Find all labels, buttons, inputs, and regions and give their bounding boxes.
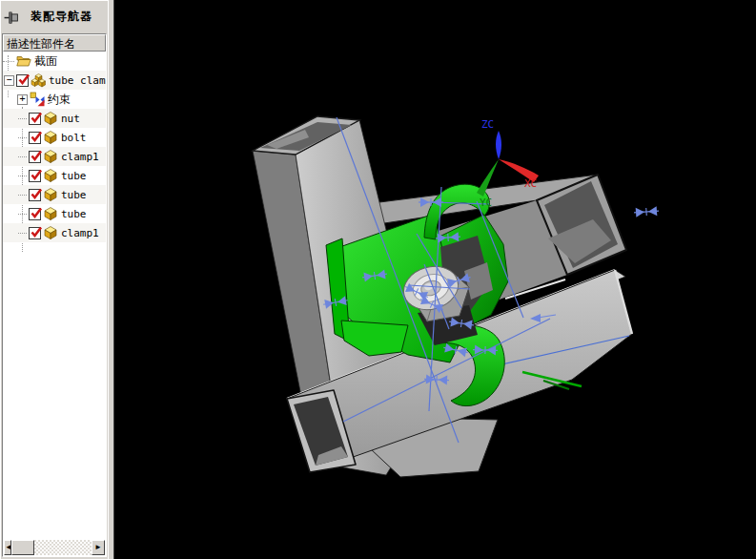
red-check-icon: [30, 168, 43, 181]
part-cube-icon: [43, 225, 58, 240]
checkbox-checked[interactable]: [29, 113, 41, 125]
tree-item-section[interactable]: 截面: [3, 52, 106, 71]
red-check-icon: [17, 72, 31, 86]
tree-item-label: tube: [61, 170, 87, 182]
tree-item-tube[interactable]: tube: [3, 166, 106, 185]
tree-item-tube[interactable]: tube: [3, 204, 106, 223]
red-check-icon: [30, 187, 43, 200]
tree-item-clamp1[interactable]: clamp1: [3, 223, 106, 242]
panel-splitter[interactable]: [108, 0, 114, 559]
checkbox-checked[interactable]: [29, 170, 41, 182]
scroll-left-button[interactable]: ◄: [4, 540, 11, 555]
part-cube-icon: [43, 168, 58, 183]
scroll-left-icon: ◄: [5, 543, 11, 551]
tree-item-bolt[interactable]: bolt: [3, 128, 106, 147]
column-header-descriptive-part-name[interactable]: 描述性部件名: [3, 34, 106, 52]
part-cube-icon: [43, 111, 58, 126]
checkbox-checked[interactable]: [29, 208, 41, 220]
checkbox-checked[interactable]: [29, 227, 41, 239]
tree-item-label: 约束: [48, 92, 71, 108]
scroll-right-icon: ►: [94, 543, 102, 551]
tree-item-label: tube: [61, 208, 87, 220]
panel-title: 装配导航器: [31, 9, 92, 25]
zc-axis-arrow: [496, 131, 501, 159]
checkbox-checked[interactable]: [29, 189, 41, 201]
tree-body: 截面 −: [3, 52, 106, 242]
pushpin-icon[interactable]: [4, 10, 19, 25]
expand-toggle[interactable]: +: [17, 94, 28, 105]
part-cube-icon: [43, 149, 58, 164]
graphics-viewport[interactable]: ZC XC YC: [114, 0, 756, 559]
red-check-icon: [30, 225, 43, 238]
tree-item-nut[interactable]: nut: [3, 109, 106, 128]
checkbox-checked[interactable]: [16, 74, 29, 87]
red-check-icon: [30, 111, 43, 124]
tree-item-clamp1[interactable]: clamp1: [3, 147, 106, 166]
checkbox-checked[interactable]: [29, 151, 41, 163]
red-check-icon: [30, 206, 43, 219]
assembly-icon: [31, 72, 46, 88]
part-cube-icon: [43, 187, 58, 202]
application-window: 装配导航器 描述性部件名 截面 −: [0, 0, 756, 559]
tree-item-constraints[interactable]: + 约束: [3, 90, 106, 109]
assembly-tree: 描述性部件名 截面 −: [2, 33, 107, 557]
collapse-toggle[interactable]: −: [4, 75, 14, 86]
scroll-right-button[interactable]: ►: [92, 540, 105, 555]
tree-item-label: 截面: [34, 53, 57, 70]
tree-item-label: clamp1: [61, 227, 99, 239]
tree-item-tube[interactable]: tube: [3, 185, 106, 204]
constraints-icon: [30, 92, 45, 107]
tree-item-label: tube: [61, 189, 87, 201]
checkbox-checked[interactable]: [29, 132, 41, 144]
scrollbar-thumb[interactable]: [11, 540, 34, 555]
tree-item-label: tube clamp: [49, 74, 107, 87]
panel-titlebar: 装配导航器: [1, 1, 108, 31]
tree-item-label: bolt: [61, 132, 87, 144]
tree-item-label: nut: [61, 113, 80, 125]
yc-axis-label: YC: [480, 197, 492, 209]
xc-axis-label: XC: [524, 177, 537, 190]
tree-item-label: clamp1: [61, 151, 99, 163]
tree-item-tube-clamp[interactable]: −: [3, 71, 106, 90]
part-cube-icon: [43, 130, 58, 145]
horizontal-scrollbar[interactable]: ◄ ►: [4, 540, 105, 555]
zc-axis-label: ZC: [481, 118, 494, 131]
red-check-icon: [30, 149, 43, 162]
folder-open-icon: [16, 53, 31, 69]
part-cube-icon: [43, 206, 58, 221]
assembly-navigator-panel: 装配导航器 描述性部件名 截面 −: [0, 0, 108, 559]
red-check-icon: [30, 130, 43, 143]
